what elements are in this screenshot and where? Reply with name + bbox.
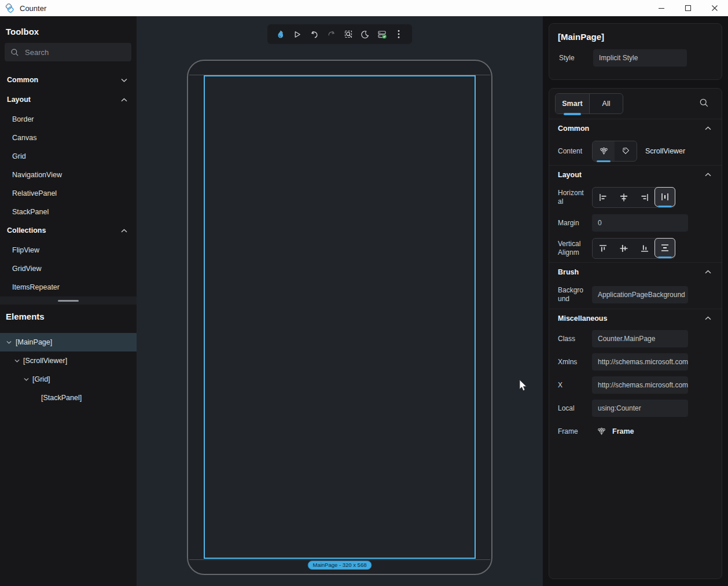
inspector-panel: [MainPage] Style Implicit Style Smart Al… [543, 16, 728, 586]
x-row: X http://schemas.microsoft.com [549, 373, 722, 397]
hot-design-flame-icon[interactable] [274, 27, 288, 41]
margin-row: Margin 0 [549, 211, 722, 235]
tree-item-scrollviewer[interactable]: [ScrollViewer] [0, 351, 137, 370]
toolbox-title: Toolbox [6, 27, 39, 36]
properties-search-button[interactable] [699, 98, 709, 108]
server-status-ok-icon[interactable] [375, 27, 389, 41]
maximize-button[interactable] [675, 0, 701, 16]
toolbox-item-border[interactable]: Border [0, 110, 137, 129]
component-hierarchy-icon [599, 146, 609, 156]
elements-title: Elements [6, 312, 45, 321]
tree-item-stackpanel[interactable]: [StackPanel] [0, 389, 137, 407]
style-input[interactable]: Implicit Style [593, 49, 687, 67]
content-element-mode-button[interactable] [593, 141, 615, 161]
horizontal-alignment-label: Horizontal [558, 189, 586, 206]
design-canvas[interactable]: MainPage - 320 x 568 [137, 16, 543, 586]
undo-icon[interactable] [307, 27, 321, 41]
tab-all[interactable]: All [589, 94, 623, 113]
toolbox-item-itemsrepeater[interactable]: ItemsRepeater [0, 278, 137, 296]
section-common[interactable]: Common [549, 119, 722, 137]
close-icon [711, 5, 718, 12]
margin-input[interactable]: 0 [592, 214, 688, 232]
frame-value[interactable]: Frame [612, 427, 634, 435]
minimize-button[interactable] [648, 0, 675, 16]
tree-item-grid[interactable]: [Grid] [0, 370, 137, 389]
chevron-down-icon[interactable] [14, 359, 20, 362]
section-brush[interactable]: Brush [549, 262, 722, 281]
x-input[interactable]: http://schemas.microsoft.com [592, 376, 688, 394]
vertical-alignment-row: Vertical Alignm [549, 235, 722, 262]
panel-splitter[interactable] [0, 296, 137, 305]
bezel-bottom-line [189, 559, 490, 560]
chevron-down-icon[interactable] [6, 340, 12, 344]
selected-alignment-indicator [658, 206, 672, 207]
maximize-icon [685, 5, 692, 12]
content-mode-toggle [592, 141, 637, 162]
tree-item-mainpage[interactable]: [MainPage] [0, 333, 137, 351]
app-window: Counter Toolbox Common [0, 0, 728, 586]
content-row: Content [549, 137, 722, 165]
chevron-up-icon [705, 270, 711, 274]
inspector-tabs: Smart All [549, 89, 722, 119]
chevron-up-icon [705, 173, 711, 177]
frame-row: Frame Frame [549, 420, 722, 443]
tab-smart[interactable]: Smart [556, 94, 589, 113]
chevron-up-icon [121, 98, 127, 102]
align-middle-button[interactable] [613, 239, 634, 258]
local-input[interactable]: using:Counter [592, 400, 688, 417]
play-icon[interactable] [291, 27, 304, 41]
content-tag-mode-button[interactable] [615, 141, 637, 161]
component-hierarchy-icon [597, 427, 606, 437]
chevron-down-icon[interactable] [23, 378, 29, 381]
margin-label: Margin [558, 219, 586, 228]
canvas-toolbar [267, 24, 412, 44]
style-row: Style Implicit Style [549, 49, 722, 67]
xmlns-input[interactable]: http://schemas.microsoft.com [592, 353, 688, 371]
close-button[interactable] [701, 0, 728, 16]
more-options-icon[interactable] [392, 27, 406, 41]
dark-theme-moon-icon[interactable] [358, 27, 372, 41]
redo-icon[interactable] [324, 27, 338, 41]
toolbox-item-flipview[interactable]: FlipView [0, 241, 137, 259]
section-miscellaneous[interactable]: Miscellaneous [549, 309, 722, 327]
active-toggle-indicator [597, 160, 611, 162]
mouse-cursor [519, 379, 528, 392]
toolbox-section-common[interactable]: Common [0, 71, 137, 89]
minimize-icon [658, 5, 665, 12]
section-layout[interactable]: Layout [549, 165, 722, 184]
align-top-button[interactable] [593, 239, 613, 258]
toolbox-item-canvas[interactable]: Canvas [0, 129, 137, 147]
toolbox-item-relativepanel[interactable]: RelativePanel [0, 184, 137, 203]
design-surface-mainpage[interactable] [204, 75, 476, 559]
align-stretch-button[interactable] [655, 187, 675, 207]
align-right-button[interactable] [634, 188, 655, 207]
content-value[interactable]: ScrollViewer [645, 147, 685, 155]
align-vstretch-button[interactable] [655, 238, 675, 258]
toolbox-item-stackpanel[interactable]: StackPanel [0, 203, 137, 221]
tag-icon [621, 146, 630, 156]
align-vstretch-icon [660, 243, 670, 253]
content-label: Content [558, 147, 586, 156]
selected-alignment-indicator [658, 257, 672, 258]
background-input[interactable]: ApplicationPageBackground [592, 286, 688, 303]
toolbox-section-layout[interactable]: Layout [0, 90, 137, 109]
horizontal-alignment-row: Horizontal [549, 184, 722, 211]
background-label: Background [558, 286, 586, 303]
frame-label: Frame [558, 427, 586, 436]
class-input[interactable]: Counter.MainPage [592, 330, 688, 347]
toolbox-item-navigationview[interactable]: NavigationView [0, 166, 137, 184]
align-middle-icon [619, 243, 629, 254]
search-icon [10, 48, 19, 57]
align-center-button[interactable] [613, 188, 634, 207]
zoom-to-fit-icon[interactable] [341, 27, 355, 41]
toolbox-section-collections[interactable]: Collections [0, 221, 137, 240]
toolbox-search[interactable] [5, 43, 131, 61]
inspector-properties-card: Smart All Common [549, 88, 722, 579]
align-bottom-button[interactable] [634, 239, 655, 258]
toolbox-item-gridview[interactable]: GridView [0, 259, 137, 278]
toolbox-search-input[interactable] [25, 48, 112, 57]
toolbox-item-grid[interactable]: Grid [0, 147, 137, 166]
chevron-down-icon [121, 78, 127, 82]
page-size-badge: MainPage - 320 x 568 [308, 561, 372, 570]
align-left-button[interactable] [593, 188, 613, 207]
